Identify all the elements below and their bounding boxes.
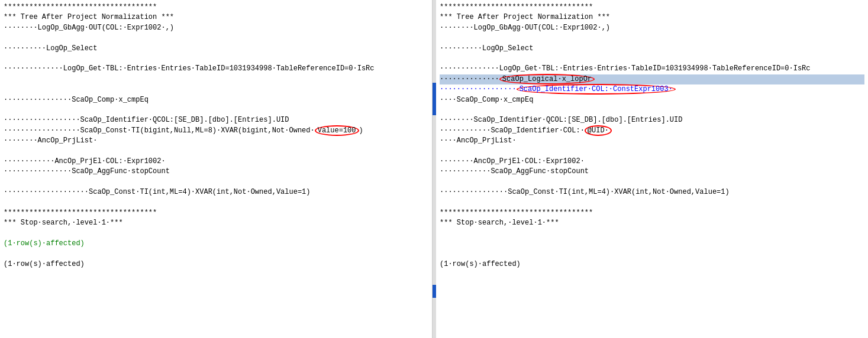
left-line-8 (4, 74, 428, 84)
right-line-19: ················ScaOp_Const·TI(int,ML=4)… (440, 187, 864, 197)
left-line-19: ····················ScaOp_Const·TI(int,M… (4, 187, 428, 197)
left-line-25 (4, 249, 428, 259)
right-line-18 (440, 177, 864, 187)
right-line-25 (440, 249, 864, 259)
left-line-16: ············AncOp_PrjEl·COL:·Expr1002· (4, 157, 428, 167)
right-line-24 (440, 239, 864, 249)
right-line-15 (440, 146, 864, 156)
left-line-21: ************************************ (4, 208, 428, 218)
left-line-22: *** Stop·search,·level·1·*** (4, 218, 428, 228)
right-line-10: ····ScaOp_Comp·x_cmpEq (440, 95, 864, 105)
left-line-23 (4, 229, 428, 239)
right-pane: ************************************ ***… (436, 0, 868, 338)
left-line-4 (4, 33, 428, 43)
left-pane: ************************************ ***… (0, 0, 433, 338)
right-line-21: ************************************ (440, 208, 864, 218)
left-line-20 (4, 197, 428, 207)
left-line-13: ··················ScaOp_Const·TI(bigint,… (4, 126, 428, 136)
left-line-17: ················ScaOp_AggFunc·stopCount (4, 167, 428, 177)
left-line-5: ··········LogOp_Select (4, 44, 428, 54)
left-line-10: ················ScaOp_Comp·x_cmpEq (4, 95, 428, 105)
right-line-22: *** Stop·search,·level·1·*** (440, 218, 864, 228)
left-line-7: ··············LogOp_Get·TBL:·Entries·Ent… (4, 64, 428, 74)
left-line-26: (1·row(s)·affected) (4, 259, 428, 269)
left-line-3: ········LogOp_GbAgg·OUT(COL:·Expr1002·,) (4, 23, 428, 33)
right-line-4 (440, 33, 864, 43)
right-line-17: ············ScaOp_AggFunc·stopCount (440, 167, 864, 177)
left-line-15 (4, 146, 428, 156)
right-line-12: ········ScaOp_Identifier·QCOL:[SE_DB].[d… (440, 115, 864, 125)
right-line-2: *** Tree After Project Normalization *** (440, 12, 864, 22)
left-line-18 (4, 177, 428, 187)
right-line-16: ········AncOp_PrjEl·COL:·Expr1002· (440, 157, 864, 167)
left-line-9 (4, 84, 428, 95)
right-line-7: ··············LogOp_Get·TBL:·Entries·Ent… (440, 64, 864, 74)
right-line-14: ····AncOp_PrjList· (440, 136, 864, 146)
left-line-12: ··················ScaOp_Identifier·QCOL:… (4, 115, 428, 125)
right-line-23 (440, 229, 864, 239)
right-line-9: ··················ScaOp_Identifier·COL:·… (440, 84, 864, 95)
main-container: ************************************ ***… (0, 0, 868, 338)
right-line-13: ············ScaOp_Identifier·COL:·@UID· (440, 126, 864, 136)
left-line-1: ************************************ (4, 2, 428, 12)
right-line-3: ········LogOp_GbAgg·OUT(COL:·Expr1002·,) (440, 23, 864, 33)
left-line-24: (1·row(s)·affected) (4, 239, 428, 249)
right-line-5: ··········LogOp_Select (440, 44, 864, 54)
right-line-20 (440, 197, 864, 207)
left-line-14: ········AncOp_PrjList· (4, 136, 428, 146)
right-line-11 (440, 105, 864, 115)
left-line-2: *** Tree After Project Normalization *** (4, 12, 428, 22)
right-line-6 (440, 54, 864, 64)
right-line-8: ··············ScaOp_Logical·x_lopOr (440, 74, 864, 84)
right-line-26: (1·row(s)·affected) (440, 259, 864, 269)
left-line-6 (4, 54, 428, 64)
right-line-1: ************************************ (440, 2, 864, 12)
left-line-11 (4, 105, 428, 115)
